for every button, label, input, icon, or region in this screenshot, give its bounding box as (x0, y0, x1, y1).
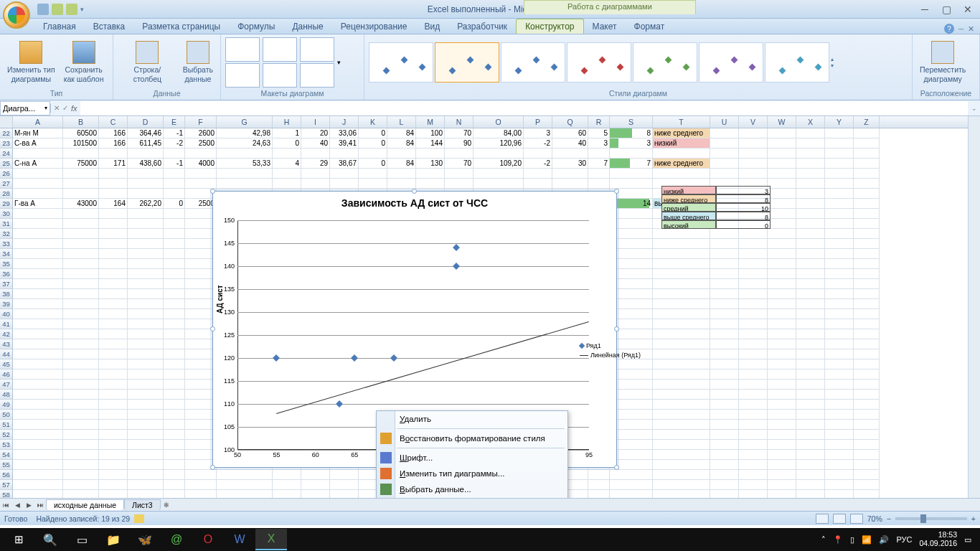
cell[interactable] (13, 309, 63, 319)
cell[interactable] (825, 159, 854, 169)
cell[interactable] (63, 299, 99, 309)
cell[interactable] (13, 450, 63, 460)
cell[interactable] (610, 470, 653, 480)
cell[interactable] (128, 380, 164, 390)
cell[interactable] (217, 490, 273, 498)
cell[interactable]: 262,20 (128, 199, 164, 209)
cell[interactable] (217, 179, 273, 189)
cell[interactable] (796, 339, 825, 349)
cell[interactable]: 1 (273, 128, 301, 138)
row-header[interactable]: 39 (0, 299, 13, 309)
cell[interactable]: 84 (387, 128, 416, 138)
col-header-C[interactable]: C (99, 116, 128, 128)
row-header[interactable]: 23 (0, 138, 13, 149)
cell[interactable] (653, 299, 710, 309)
cell[interactable] (739, 329, 768, 339)
data-point[interactable] (273, 354, 280, 362)
cell[interactable] (99, 480, 128, 490)
cell[interactable] (128, 189, 164, 199)
cell[interactable] (854, 128, 880, 138)
sheet-nav-first[interactable]: ⏮ (0, 499, 11, 511)
col-header-Z[interactable]: Z (854, 116, 880, 128)
col-header-W[interactable]: W (768, 116, 796, 128)
vertical-scrollbar[interactable] (968, 116, 980, 498)
cell[interactable] (825, 470, 854, 480)
cell[interactable] (653, 400, 710, 410)
row-header[interactable]: 50 (0, 410, 13, 420)
cell[interactable] (854, 410, 880, 420)
cell[interactable] (128, 229, 164, 239)
cell[interactable] (796, 349, 825, 359)
cell[interactable] (768, 219, 796, 229)
cell[interactable] (739, 239, 768, 249)
cell[interactable] (796, 229, 825, 239)
cell[interactable] (796, 460, 825, 470)
cell[interactable] (739, 279, 768, 289)
cell[interactable] (739, 309, 768, 319)
cell[interactable]: 3 (524, 128, 552, 138)
styles-more-icon[interactable]: ▴▾ (831, 56, 841, 69)
tray-date[interactable]: 04.09.2016 (919, 540, 957, 548)
start-button[interactable]: ⊞ (3, 529, 34, 550)
cell[interactable] (63, 359, 99, 369)
cell[interactable] (185, 470, 217, 480)
cell[interactable] (387, 149, 416, 159)
cell[interactable]: 29 (301, 159, 330, 169)
cell[interactable] (552, 169, 588, 179)
row-header[interactable]: 45 (0, 359, 13, 369)
cell[interactable] (301, 490, 330, 498)
cell[interactable] (63, 229, 99, 239)
cell[interactable] (128, 219, 164, 229)
cell[interactable] (825, 440, 854, 450)
cell[interactable] (13, 299, 63, 309)
cell[interactable] (768, 209, 796, 219)
col-header-L[interactable]: L (387, 116, 416, 128)
cell[interactable] (710, 299, 739, 309)
cell[interactable] (99, 269, 128, 279)
cell[interactable]: 171 (99, 159, 128, 169)
zoom-level[interactable]: 70% (867, 514, 882, 523)
cell[interactable] (739, 400, 768, 410)
cell[interactable] (796, 289, 825, 299)
zoom-in-icon[interactable]: + (971, 514, 976, 523)
row-header[interactable]: 34 (0, 249, 13, 259)
cell[interactable] (796, 199, 825, 209)
cell[interactable] (653, 470, 710, 480)
cell[interactable] (796, 369, 825, 380)
cell[interactable] (653, 380, 710, 390)
cell[interactable] (710, 349, 739, 359)
cell[interactable] (653, 229, 710, 239)
cell[interactable] (710, 369, 739, 380)
cell[interactable] (128, 279, 164, 289)
row-header[interactable]: 26 (0, 169, 13, 179)
cell[interactable] (99, 189, 128, 199)
col-header-T[interactable]: T (653, 116, 710, 128)
word-icon[interactable]: W (224, 529, 255, 550)
opera-icon[interactable]: O (192, 529, 224, 550)
row-header[interactable]: 44 (0, 349, 13, 359)
cell[interactable] (710, 319, 739, 329)
row-header[interactable]: 52 (0, 430, 13, 440)
cell[interactable] (13, 430, 63, 440)
file-explorer-icon[interactable]: 📁 (98, 529, 129, 550)
chart-y-axis-label[interactable]: АД сист (216, 285, 224, 314)
cell[interactable] (416, 179, 445, 189)
row-header[interactable]: 35 (0, 259, 13, 269)
cell[interactable] (128, 339, 164, 349)
cell[interactable] (552, 179, 588, 189)
cell[interactable] (610, 480, 653, 490)
cell[interactable] (796, 329, 825, 339)
cell[interactable] (796, 410, 825, 420)
cell[interactable] (854, 440, 880, 450)
cell[interactable] (63, 269, 99, 279)
cell[interactable] (768, 179, 796, 189)
cell[interactable] (217, 470, 273, 480)
col-header-D[interactable]: D (128, 116, 164, 128)
cell[interactable] (739, 470, 768, 480)
cell[interactable] (301, 179, 330, 189)
tray-wifi-icon[interactable]: 📶 (862, 535, 872, 545)
cell[interactable]: Г-ва А (13, 199, 63, 209)
row-header[interactable]: 36 (0, 269, 13, 279)
cell[interactable]: 0 (359, 138, 387, 149)
cell[interactable] (610, 169, 653, 179)
